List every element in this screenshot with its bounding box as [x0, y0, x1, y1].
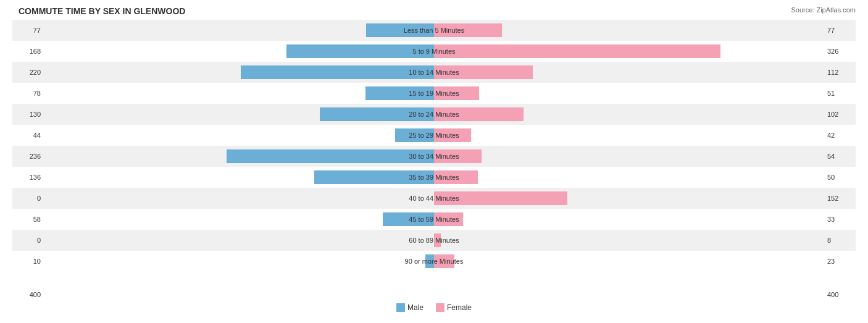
female-value-label: 112: [825, 69, 856, 76]
female-value-label: 77: [825, 27, 856, 34]
bars-container: 5 to 9 Minutes: [43, 41, 825, 62]
male-value-label: 168: [12, 48, 43, 55]
chart-row: 77Less than 5 Minutes77: [12, 20, 856, 41]
male-value-label: 78: [12, 90, 43, 97]
axis-row: 400 400: [12, 288, 856, 301]
chart-row: 5845 to 59 Minutes33: [12, 209, 856, 230]
male-bar: [227, 149, 434, 163]
category-label: 15 to 19 Minutes: [409, 90, 459, 97]
axis-left-label: 400: [12, 291, 43, 298]
male-legend-label: Male: [407, 303, 424, 312]
female-value-label: 8: [825, 237, 856, 244]
source-label: Source: ZipAtlas.com: [791, 6, 856, 14]
bars-container: 35 to 39 Minutes: [43, 167, 825, 188]
chart-row: 23630 to 34 Minutes54: [12, 146, 856, 167]
female-value-label: 326: [825, 48, 856, 55]
bars-container: 60 to 89 Minutes: [43, 230, 825, 251]
female-value-label: 102: [825, 111, 856, 118]
male-value-label: 136: [12, 174, 43, 181]
bars-container: 25 to 29 Minutes: [43, 125, 825, 146]
chart-row: 060 to 89 Minutes8: [12, 230, 856, 251]
chart-row: 7815 to 19 Minutes51: [12, 83, 856, 104]
female-value-label: 42: [825, 132, 856, 139]
chart-title: COMMUTE TIME BY SEX IN GLENWOOD: [12, 6, 856, 16]
category-label: Less than 5 Minutes: [404, 27, 464, 34]
male-value-label: 44: [12, 132, 43, 139]
female-color-box: [436, 303, 444, 312]
chart-row: 4425 to 29 Minutes42: [12, 125, 856, 146]
male-value-label: 236: [12, 153, 43, 160]
chart-row: 13020 to 24 Minutes102: [12, 104, 856, 125]
female-value-label: 50: [825, 174, 856, 181]
chart-container: COMMUTE TIME BY SEX IN GLENWOOD Source: …: [0, 0, 868, 323]
chart-row: 1090 or more Minutes23: [12, 251, 856, 272]
bars-container: 20 to 24 Minutes: [43, 104, 825, 125]
chart-area: 77Less than 5 Minutes771685 to 9 Minutes…: [12, 20, 856, 287]
bars-container: 30 to 34 Minutes: [43, 146, 825, 167]
category-label: 35 to 39 Minutes: [409, 174, 459, 181]
female-value-label: 33: [825, 216, 856, 223]
category-label: 40 to 44 Minutes: [409, 195, 459, 202]
male-value-label: 10: [12, 258, 43, 265]
female-value-label: 51: [825, 90, 856, 97]
chart-row: 22010 to 14 Minutes112: [12, 62, 856, 83]
male-value-label: 130: [12, 111, 43, 118]
male-color-box: [396, 303, 405, 312]
bars-container: 15 to 19 Minutes: [43, 83, 825, 104]
legend-female: Female: [436, 303, 472, 312]
male-value-label: 0: [12, 195, 43, 202]
category-label: 10 to 14 Minutes: [409, 69, 459, 76]
bars-container: 10 to 14 Minutes: [43, 62, 825, 83]
category-label: 25 to 29 Minutes: [409, 132, 459, 139]
male-bar: [286, 44, 434, 58]
bars-container: 45 to 59 Minutes: [43, 209, 825, 230]
chart-row: 13635 to 39 Minutes50: [12, 167, 856, 188]
category-label: 45 to 59 Minutes: [409, 216, 459, 223]
female-value-label: 54: [825, 153, 856, 160]
legend-male: Male: [396, 303, 424, 312]
bars-container: Less than 5 Minutes: [43, 20, 825, 41]
chart-row: 040 to 44 Minutes152: [12, 188, 856, 209]
bars-container: 90 or more Minutes: [43, 251, 825, 272]
category-label: 20 to 24 Minutes: [409, 111, 459, 118]
category-label: 90 or more Minutes: [405, 258, 464, 265]
category-label: 60 to 89 Minutes: [409, 237, 459, 244]
female-value-label: 23: [825, 258, 856, 265]
female-legend-label: Female: [447, 303, 472, 312]
male-value-label: 58: [12, 216, 43, 223]
legend: Male Female: [12, 303, 856, 312]
female-value-label: 152: [825, 195, 856, 202]
category-label: 5 to 9 Minutes: [412, 48, 455, 55]
male-bar: [241, 65, 434, 79]
male-value-label: 0: [12, 237, 43, 244]
male-value-label: 220: [12, 69, 43, 76]
bars-container: 40 to 44 Minutes: [43, 188, 825, 209]
category-label: 30 to 34 Minutes: [409, 153, 459, 160]
axis-right-label: 400: [825, 291, 856, 298]
female-bar: [434, 44, 720, 58]
male-value-label: 77: [12, 27, 43, 34]
chart-row: 1685 to 9 Minutes326: [12, 41, 856, 62]
